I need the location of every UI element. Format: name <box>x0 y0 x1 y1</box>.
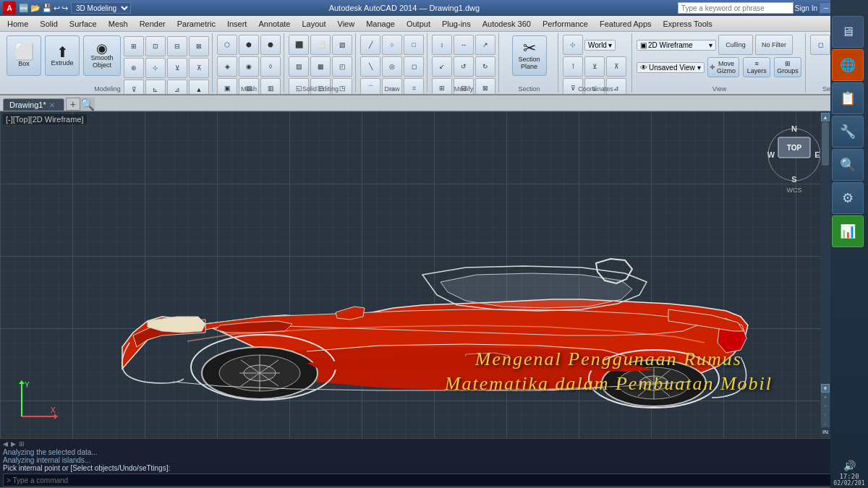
mesh-tool6[interactable]: ◊ <box>260 56 281 77</box>
smooth-tool[interactable]: ◉ Smooth Object <box>83 35 121 76</box>
sidebar-btn-5[interactable]: 🔍 <box>832 149 864 181</box>
mod-tool2[interactable]: ↔ <box>454 35 474 55</box>
command-input[interactable] <box>3 474 865 487</box>
draw-tool4[interactable]: ╲ <box>360 56 380 77</box>
mod-tool5[interactable]: ↺ <box>454 56 474 77</box>
scroll-down-btn[interactable]: ▼ <box>821 384 830 393</box>
menu-manage[interactable]: Manage <box>360 18 401 30</box>
open-btn[interactable]: 📂 <box>30 4 41 13</box>
workspace-selector[interactable]: 3D Modeling <box>71 2 131 14</box>
solid-tool4[interactable]: ▨ <box>289 56 309 77</box>
scroll-extra3[interactable]: ↑ <box>821 410 830 419</box>
groups-btn[interactable]: ⊞ Groups <box>774 57 801 77</box>
mesh-tool4[interactable]: ◈ <box>217 56 237 77</box>
sidebar-btn-2[interactable]: 🌐 <box>832 49 864 81</box>
scroll-up-btn[interactable]: ▲ <box>821 113 830 121</box>
new-btn[interactable]: 🆕 <box>19 4 29 13</box>
sidebar-btn-1[interactable]: 🖥 <box>832 16 864 48</box>
menu-mesh[interactable]: Mesh <box>103 18 134 30</box>
save-btn[interactable]: 💾 <box>42 4 52 13</box>
mesh-tool5[interactable]: ◉ <box>239 56 259 77</box>
menu-plugins[interactable]: Plug-ins <box>436 18 477 30</box>
new-tab-btn[interactable]: + <box>66 98 80 111</box>
coord-tool2[interactable]: ⊺ <box>563 56 583 77</box>
coord-tool1[interactable]: ⊹ <box>563 35 583 55</box>
signin-btn[interactable]: Sign In <box>795 4 817 12</box>
layers-btn[interactable]: ≡ Layers <box>743 57 770 77</box>
menu-home[interactable]: Home <box>1 18 34 30</box>
sel-tool1[interactable]: ◻ <box>810 35 830 55</box>
scroll-track[interactable] <box>821 121 830 384</box>
search-input[interactable] <box>678 2 793 14</box>
section-plane-tool[interactable]: ✂ Section Plane <box>512 35 547 76</box>
mod-tool3[interactable]: ↗ <box>475 35 495 55</box>
menu-view[interactable]: View <box>332 18 361 30</box>
solid-tool6[interactable]: ◰ <box>332 56 352 77</box>
vertical-scrollbar[interactable]: ▲ ▼ + − ↑ ↓ IN <box>820 111 830 438</box>
move-gizmo-btn[interactable]: ✛ Move Gizmo <box>707 57 740 77</box>
scroll-extra4[interactable]: ↓ <box>821 419 830 427</box>
tool6[interactable]: ⊹ <box>145 58 166 78</box>
mod-tool4[interactable]: ↙ <box>432 56 452 77</box>
sidebar-btn-3[interactable]: 📋 <box>832 82 864 114</box>
menu-parametric[interactable]: Parametric <box>171 18 221 30</box>
draw-tool5[interactable]: ◎ <box>382 56 402 77</box>
redo-btn[interactable]: ↪ <box>61 4 68 13</box>
menu-annotate[interactable]: Annotate <box>252 18 296 30</box>
navigation-cube[interactable]: N S E W TOP WCS <box>765 126 823 198</box>
draw-tool3[interactable]: □ <box>404 35 424 55</box>
tool1[interactable]: ⊞ <box>124 36 144 56</box>
view-dropdown[interactable]: 👁 Unsaved View ▾ <box>637 62 705 73</box>
draw-tool6[interactable]: ◻ <box>404 56 424 77</box>
solid-tool2[interactable]: ⬜ <box>310 35 331 55</box>
menu-autodesk360[interactable]: Autodesk 360 <box>477 18 537 30</box>
menu-render[interactable]: Render <box>134 18 171 30</box>
coord-tool3[interactable]: ⊻ <box>584 56 605 77</box>
cmd-nav-prev[interactable]: ◀ <box>3 440 8 448</box>
draw-tool2[interactable]: ○ <box>382 35 402 55</box>
sidebar-btn-4[interactable]: 🔧 <box>832 116 864 147</box>
menu-insert[interactable]: Insert <box>221 18 253 30</box>
menu-surface[interactable]: Surface <box>64 18 103 30</box>
tool4[interactable]: ⊠ <box>189 36 209 56</box>
extrude-tool[interactable]: ⬆ Extrude <box>45 35 80 76</box>
menu-solid[interactable]: Solid <box>34 18 63 30</box>
wireframe-dropdown[interactable]: ▣ 2D Wireframe ▾ <box>637 40 716 51</box>
menu-featured[interactable]: Featured Apps <box>594 18 658 30</box>
sidebar-btn-6[interactable]: ⚙ <box>832 182 864 214</box>
viewport[interactable]: [-][Top][2D Wireframe] <box>0 111 830 438</box>
menu-output[interactable]: Output <box>401 18 436 30</box>
search-tabs-btn[interactable]: 🔍 <box>80 98 95 111</box>
tool3[interactable]: ⊟ <box>167 36 187 56</box>
scroll-extra2[interactable]: − <box>821 401 830 410</box>
solid-tool5[interactable]: ▩ <box>310 56 331 77</box>
scroll-extra1[interactable]: + <box>821 393 830 401</box>
mod-tool1[interactable]: ↕ <box>432 35 452 55</box>
mod-tool6[interactable]: ↻ <box>475 56 495 77</box>
menu-performance[interactable]: Performance <box>537 18 594 30</box>
mesh-tool2[interactable]: ⬢ <box>239 35 259 55</box>
cmd-nav-next[interactable]: ▶ <box>11 440 16 448</box>
menu-layout[interactable]: Layout <box>296 18 331 30</box>
world-dropdown[interactable]: World ▾ <box>584 40 616 51</box>
undo-btn[interactable]: ↩ <box>54 4 60 13</box>
tool5[interactable]: ⊛ <box>124 58 144 78</box>
mesh-tool1[interactable]: ⬡ <box>217 35 237 55</box>
sidebar-volume-icon[interactable]: 🔊 <box>832 460 867 471</box>
scroll-thumb[interactable] <box>822 122 829 166</box>
mesh-tool3[interactable]: ⬣ <box>260 35 281 55</box>
cmd-expand-btn[interactable]: ⊞ <box>19 440 25 448</box>
coord-tool4[interactable]: ⊼ <box>606 56 626 77</box>
tool2[interactable]: ⊡ <box>145 36 166 56</box>
solid-tool1[interactable]: ⬛ <box>289 35 309 55</box>
menu-express[interactable]: Express Tools <box>658 18 718 30</box>
tool7[interactable]: ⊻ <box>167 58 187 78</box>
no-filter-btn[interactable]: No Filter <box>755 35 793 55</box>
box-tool[interactable]: ⬜ Box <box>7 35 41 76</box>
doctab-drawing1[interactable]: Drawing1* ✕ <box>3 98 64 111</box>
doctab-close[interactable]: ✕ <box>49 101 55 109</box>
sidebar-btn-7[interactable]: 📊 <box>832 215 864 247</box>
tool8[interactable]: ⊼ <box>189 58 209 78</box>
draw-tool1[interactable]: ╱ <box>360 35 380 55</box>
solid-tool3[interactable]: ▧ <box>332 35 352 55</box>
